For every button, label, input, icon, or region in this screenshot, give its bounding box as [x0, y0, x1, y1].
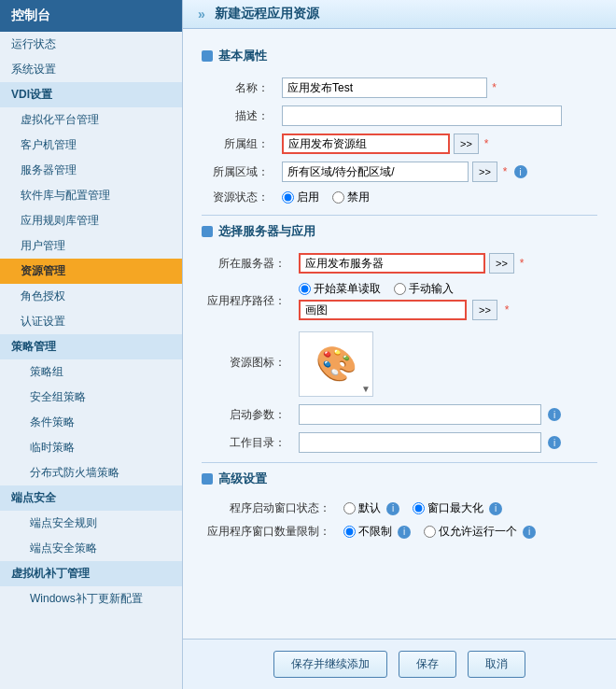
sidebar-item-virt-mgmt[interactable]: 虚拟化平台管理 — [0, 107, 182, 133]
sidebar-item-sw-config-mgmt[interactable]: 软件库与配置管理 — [0, 183, 182, 208]
desc-row: 描述： — [202, 102, 597, 130]
app-window-unlimited-info-icon[interactable]: i — [398, 526, 411, 539]
sidebar-item-app-rule-mgmt[interactable]: 应用规则库管理 — [0, 208, 182, 233]
start-param-row: 启动参数： i — [202, 401, 597, 429]
app-path-manual-radio[interactable]: 手动输入 — [394, 281, 454, 297]
name-row: 名称： * — [202, 74, 597, 102]
name-label: 名称： — [202, 74, 276, 102]
group-label: 所属组： — [202, 130, 276, 158]
sidebar-item-server-mgmt[interactable]: 服务器管理 — [0, 158, 182, 183]
section-sep-2 — [202, 462, 597, 463]
start-param-info-icon[interactable]: i — [548, 408, 561, 421]
server-row: 所在服务器： >> * — [202, 249, 597, 277]
section-server: 选择服务器与应用 — [202, 223, 597, 240]
prog-window-default-info-icon[interactable]: i — [386, 502, 399, 515]
app-window-limit-row: 应用程序窗口数量限制： 不限制 i 仅允许运行一个 i — [202, 520, 597, 543]
app-path-menu-radio[interactable]: 开始菜单读取 — [299, 281, 381, 297]
app-path-radio-group: 开始菜单读取 手动输入 — [299, 281, 592, 297]
main-panel: 新建远程应用资源 基本属性 名称： * 描述： 所属组： — [183, 0, 616, 689]
sidebar-item-endpoint-rule[interactable]: 端点安全规则 — [0, 511, 182, 536]
main-body: 基本属性 名称： * 描述： 所属组： >> — [183, 29, 616, 629]
resource-icon-row: 资源图标： 🎨 ▼ — [202, 324, 597, 401]
section-advanced: 高级设置 — [202, 471, 597, 487]
sidebar-item-vm-patch-mgmt[interactable]: 虚拟机补丁管理 — [0, 561, 182, 586]
work-dir-info-icon[interactable]: i — [548, 436, 561, 449]
sidebar-section-main: 运行状态 系统设置 VDI设置 虚拟化平台管理 客户机管理 服务器管理 软件库与… — [0, 32, 182, 612]
footer-buttons: 保存并继续添加 保存 取消 — [183, 639, 616, 689]
save-continue-button[interactable]: 保存并继续添加 — [273, 651, 387, 678]
sidebar-item-policy-group[interactable]: 策略组 — [0, 359, 182, 385]
save-button[interactable]: 保存 — [399, 651, 456, 678]
main-title: 新建远程应用资源 — [215, 6, 319, 22]
sidebar-item-client-mgmt[interactable]: 客户机管理 — [0, 133, 182, 158]
group-input[interactable] — [282, 134, 450, 154]
work-dir-label: 工作目录： — [202, 429, 293, 457]
app-path-row: 应用程序路径： 开始菜单读取 手动输入 >> — [202, 277, 597, 324]
server-label: 所在服务器： — [202, 249, 293, 277]
sidebar: 控制台 运行状态 系统设置 VDI设置 虚拟化平台管理 客户机管理 服务器管理 … — [0, 0, 183, 689]
sidebar-item-auth-settings[interactable]: 认证设置 — [0, 309, 182, 334]
app-window-limit-radio-group: 不限制 i 仅允许运行一个 i — [343, 524, 592, 540]
start-param-input[interactable] — [299, 404, 541, 425]
group-row: 所属组： >> * — [202, 130, 597, 158]
sidebar-item-vdi-settings[interactable]: VDI设置 — [0, 82, 182, 107]
resource-icon-box[interactable]: 🎨 ▼ — [299, 331, 373, 397]
status-disable-radio[interactable]: 禁用 — [332, 190, 370, 205]
app-window-unlimited-radio[interactable]: 不限制 i — [343, 524, 411, 540]
sidebar-item-condition-policy[interactable]: 条件策略 — [0, 410, 182, 435]
region-row: 所属区域： >> * i — [202, 158, 597, 186]
resource-icon-img: 🎨 — [315, 344, 357, 384]
cancel-button[interactable]: 取消 — [468, 651, 525, 678]
sidebar-item-firewall-policy[interactable]: 分布式防火墙策略 — [0, 460, 182, 485]
app-window-one-radio[interactable]: 仅允许运行一个 i — [424, 524, 536, 540]
sidebar-item-sys-settings[interactable]: 系统设置 — [0, 57, 182, 82]
server-browse-btn[interactable]: >> — [489, 253, 514, 274]
section-basic: 基本属性 — [202, 48, 597, 64]
status-label: 资源状态： — [202, 186, 276, 209]
prog-window-radio-group: 默认 i 窗口最大化 i — [343, 500, 592, 516]
server-form: 所在服务器： >> * 应用程序路径： 开始菜单读取 — [202, 249, 597, 457]
main-header: 新建远程应用资源 — [183, 0, 616, 29]
status-enable-radio[interactable]: 启用 — [282, 190, 319, 205]
app-path-browse-btn[interactable]: >> — [472, 300, 497, 320]
sidebar-item-security-policy[interactable]: 安全组策略 — [0, 385, 182, 410]
sidebar-item-temp-policy[interactable]: 临时策略 — [0, 435, 182, 460]
sidebar-item-win-patch[interactable]: Windows补丁更新配置 — [0, 586, 182, 612]
desc-input[interactable] — [282, 105, 562, 126]
prog-window-maximize-info-icon[interactable]: i — [489, 502, 502, 515]
name-input[interactable] — [282, 77, 487, 98]
region-info-icon[interactable]: i — [514, 165, 527, 178]
sidebar-item-user-mgmt[interactable]: 用户管理 — [0, 233, 182, 259]
sidebar-item-resource-mgmt[interactable]: 资源管理 — [0, 259, 182, 284]
work-dir-input[interactable] — [299, 432, 541, 453]
region-label: 所属区域： — [202, 158, 276, 186]
resource-icon-arrow-icon: ▼ — [361, 384, 371, 394]
status-row: 资源状态： 启用 禁用 — [202, 186, 597, 209]
server-input[interactable] — [299, 253, 485, 274]
region-input[interactable] — [282, 162, 469, 182]
prog-window-maximize-radio[interactable]: 窗口最大化 i — [413, 500, 502, 516]
region-browse-btn[interactable]: >> — [472, 162, 497, 182]
name-required: * — [492, 81, 497, 94]
work-dir-row: 工作目录： i — [202, 429, 597, 457]
app-path-input[interactable] — [299, 300, 467, 320]
sidebar-title: 控制台 — [0, 0, 182, 32]
sidebar-item-endpoint-policy[interactable]: 端点安全策略 — [0, 536, 182, 561]
sidebar-item-role-auth[interactable]: 角色授权 — [0, 284, 182, 309]
status-radio-group: 启用 禁用 — [282, 190, 592, 205]
app-path-label: 应用程序路径： — [202, 277, 293, 324]
app-path-required: * — [505, 303, 510, 316]
prog-window-row: 程序启动窗口状态： 默认 i 窗口最大化 i — [202, 497, 597, 520]
group-required: * — [484, 137, 489, 150]
start-param-label: 启动参数： — [202, 401, 293, 429]
sidebar-item-endpoint-security[interactable]: 端点安全 — [0, 485, 182, 511]
basic-form: 名称： * 描述： 所属组： >> * — [202, 74, 597, 209]
app-window-limit-label: 应用程序窗口数量限制： — [202, 520, 338, 543]
sidebar-item-run-status[interactable]: 运行状态 — [0, 32, 182, 57]
region-required: * — [503, 165, 508, 178]
sidebar-item-policy-mgmt[interactable]: 策略管理 — [0, 334, 182, 359]
app-window-one-info-icon[interactable]: i — [523, 526, 536, 539]
app-path-input-row: >> * — [299, 300, 592, 320]
prog-window-default-radio[interactable]: 默认 i — [343, 500, 399, 516]
group-browse-btn[interactable]: >> — [454, 134, 479, 154]
